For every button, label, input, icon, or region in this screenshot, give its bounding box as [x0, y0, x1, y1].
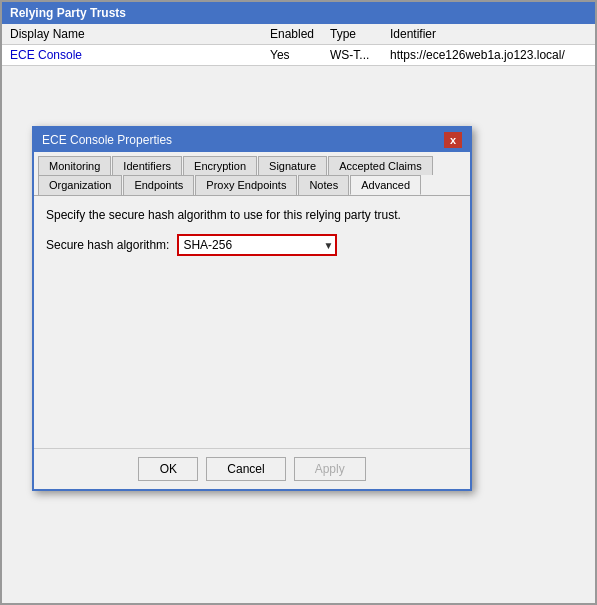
- description-text: Specify the secure hash algorithm to use…: [46, 208, 458, 222]
- col-header-enabled: Enabled: [270, 27, 330, 41]
- row-identifier: https://ece126web1a.jo123.local/: [390, 48, 587, 62]
- row-enabled: Yes: [270, 48, 330, 62]
- apply-button[interactable]: Apply: [294, 457, 366, 481]
- tab-organization[interactable]: Organization: [38, 175, 122, 195]
- table-area: Display Name Enabled Type Identifier ECE…: [2, 24, 595, 66]
- row-display-name: ECE Console: [10, 48, 270, 62]
- col-header-display: Display Name: [10, 27, 270, 41]
- dialog-title-bar: ECE Console Properties x: [34, 128, 470, 152]
- table-header: Display Name Enabled Type Identifier: [2, 24, 595, 45]
- table-row[interactable]: ECE Console Yes WS-T... https://ece126we…: [2, 45, 595, 65]
- main-title: Relying Party Trusts: [10, 6, 126, 20]
- dialog: ECE Console Properties x Monitoring Iden…: [32, 126, 472, 491]
- form-label: Secure hash algorithm:: [46, 238, 169, 252]
- col-header-type: Type: [330, 27, 390, 41]
- row-type: WS-T...: [330, 48, 390, 62]
- tabs-row-1: Monitoring Identifiers Encryption Signat…: [38, 156, 466, 175]
- select-wrapper: SHA-256 SHA-1 ▼: [177, 234, 337, 256]
- tab-notes[interactable]: Notes: [298, 175, 349, 195]
- tab-accepted-claims[interactable]: Accepted Claims: [328, 156, 433, 175]
- tab-encryption[interactable]: Encryption: [183, 156, 257, 175]
- tab-advanced[interactable]: Advanced: [350, 175, 421, 195]
- form-row: Secure hash algorithm: SHA-256 SHA-1 ▼: [46, 234, 458, 256]
- tab-signature[interactable]: Signature: [258, 156, 327, 175]
- tab-identifiers[interactable]: Identifiers: [112, 156, 182, 175]
- tab-endpoints[interactable]: Endpoints: [123, 175, 194, 195]
- tab-monitoring[interactable]: Monitoring: [38, 156, 111, 175]
- dialog-buttons: OK Cancel Apply: [34, 448, 470, 489]
- main-window: Relying Party Trusts Display Name Enable…: [0, 0, 597, 605]
- ok-button[interactable]: OK: [138, 457, 198, 481]
- tab-proxy-endpoints[interactable]: Proxy Endpoints: [195, 175, 297, 195]
- dialog-body: Specify the secure hash algorithm to use…: [34, 195, 470, 448]
- hash-algorithm-select[interactable]: SHA-256 SHA-1: [177, 234, 337, 256]
- main-title-bar: Relying Party Trusts: [2, 2, 595, 24]
- dialog-title: ECE Console Properties: [42, 133, 172, 147]
- col-header-identifier: Identifier: [390, 27, 587, 41]
- close-button[interactable]: x: [444, 132, 462, 148]
- tabs-container: Monitoring Identifiers Encryption Signat…: [34, 152, 470, 195]
- cancel-button[interactable]: Cancel: [206, 457, 285, 481]
- dialog-spacer: [46, 256, 458, 436]
- main-content: Display Name Enabled Type Identifier ECE…: [2, 24, 595, 603]
- tabs-row-2: Organization Endpoints Proxy Endpoints N…: [38, 175, 466, 195]
